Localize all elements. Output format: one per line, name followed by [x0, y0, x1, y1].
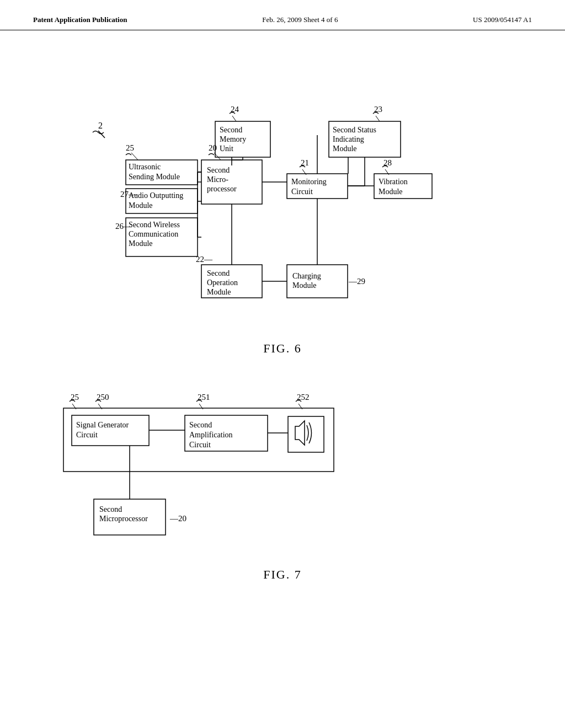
- svg-text:Memory: Memory: [220, 135, 246, 143]
- fig6-n25-label: 25: [126, 143, 134, 152]
- svg-line-24: [376, 116, 380, 121]
- svg-text:Module: Module: [207, 288, 231, 296]
- fig6-charging-text: Charging: [292, 272, 321, 280]
- svg-text:Module: Module: [129, 201, 153, 210]
- fig6-label-text: FIG. 6: [263, 341, 301, 355]
- svg-text:Module: Module: [379, 188, 403, 196]
- svg-text:Operation: Operation: [207, 279, 238, 287]
- page-header: Patent Application Publication Feb. 26, …: [0, 0, 565, 30]
- svg-text:processor: processor: [207, 185, 237, 193]
- svg-text:Module: Module: [292, 281, 317, 290]
- header-patent-number: US 2009/054147 A1: [473, 15, 532, 24]
- fig6-wireless-text: Second Wireless: [129, 221, 180, 229]
- fig7-caption: FIG. 7: [33, 568, 532, 582]
- fig7-micro-text: Second: [99, 505, 122, 513]
- svg-text:Indicating: Indicating: [333, 135, 364, 143]
- fig6-svg: 2 25 20 Second Micro- processor Ultrason…: [33, 47, 530, 334]
- svg-text:Amplification: Amplification: [189, 431, 233, 439]
- fig6-second-micro-text: Second: [207, 166, 230, 174]
- fig6-ultrasonic-text: Ultrasonic: [129, 163, 161, 171]
- fig7-diagram: 25 250 251 252 Signal Generator Circuit: [33, 372, 532, 562]
- fig7-n20-label: —20: [169, 514, 186, 523]
- fig6-memory-text: Second: [220, 126, 242, 134]
- svg-text:Circuit: Circuit: [291, 188, 313, 196]
- svg-line-31: [232, 116, 236, 121]
- svg-text:Circuit: Circuit: [76, 431, 98, 439]
- fig6-operation-text: Second: [207, 269, 230, 277]
- svg-text:Sending Module: Sending Module: [129, 173, 180, 181]
- main-content: 2 25 20 Second Micro- processor Ultrason…: [0, 30, 565, 615]
- fig6-vibration-text: Vibration: [379, 178, 408, 186]
- svg-text:Unit: Unit: [220, 144, 233, 153]
- fig6-caption: FIG. 6: [33, 341, 532, 356]
- fig7-amp-text: Second: [189, 421, 212, 429]
- header-publication: Patent Application Publication: [33, 15, 127, 24]
- fig6-audio-text: Audio Outputting: [129, 191, 183, 200]
- speaker-icon: [295, 421, 305, 445]
- fig6-second-status-text: Second Status: [333, 126, 376, 134]
- svg-text:Micro-: Micro-: [207, 175, 228, 184]
- svg-text:Circuit: Circuit: [189, 441, 211, 449]
- fig6-diagram: 2 25 20 Second Micro- processor Ultrason…: [33, 47, 532, 336]
- svg-text:Module: Module: [333, 144, 357, 153]
- fig6-n29-label: —29: [348, 277, 365, 286]
- fig6-n22-label: 22—: [196, 255, 213, 264]
- svg-text:Microprocessor: Microprocessor: [99, 515, 148, 523]
- svg-text:Communication: Communication: [129, 230, 178, 238]
- fig7-label-text: FIG. 7: [263, 568, 301, 581]
- svg-text:Module: Module: [129, 239, 153, 248]
- svg-line-1: [131, 153, 138, 160]
- fig7-signal-gen-text: Signal Generator: [76, 421, 129, 429]
- fig6-label-2: 2: [98, 121, 103, 130]
- fig7-svg: 25 250 251 252 Signal Generator Circuit: [33, 372, 452, 560]
- fig7-outer-box: [63, 408, 334, 472]
- svg-line-0: [98, 131, 105, 138]
- fig6-monitoring-text: Monitoring: [291, 178, 327, 186]
- header-date-sheet: Feb. 26, 2009 Sheet 4 of 6: [262, 15, 338, 24]
- fig7-speaker-box: [288, 416, 324, 452]
